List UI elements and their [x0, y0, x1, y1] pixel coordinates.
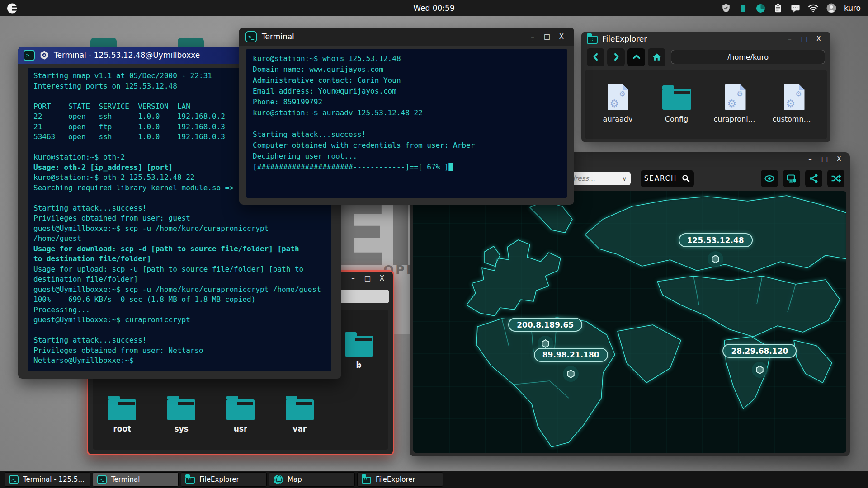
- file-item[interactable]: ⚙⚙ customnmap: [773, 83, 816, 139]
- taskbar-item-label: Map: [288, 475, 302, 483]
- map-tools: [761, 170, 844, 187]
- world-map[interactable]: 125.53.12.48 200.8.189.65 89.98.21.1: [413, 191, 846, 453]
- window-titlebar[interactable]: FileExplorer – □ X: [581, 32, 830, 46]
- file-item[interactable]: ⚙⚙ sys: [160, 394, 203, 433]
- ip-address-pill[interactable]: 89.98.21.180: [534, 348, 608, 362]
- minimize-button[interactable]: –: [526, 31, 539, 42]
- maximize-button[interactable]: □: [798, 33, 811, 45]
- maximize-button[interactable]: □: [818, 153, 831, 165]
- file-list: ⚙⚙ auraadv ⚙⚙ Config ⚙⚙ curaproniccry…: [585, 70, 827, 139]
- window-title: Terminal - 125.53.12.48@Uymillboxxe: [54, 51, 200, 60]
- taskbar-item-label: FileExplorer: [376, 475, 415, 483]
- topbar: Wed 00:59: [0, 0, 868, 16]
- taskbar-item[interactable]: FileExplorer: [357, 472, 443, 487]
- window-title: FileExplorer: [602, 34, 647, 43]
- taskbar-item[interactable]: Terminal - 125.53…: [5, 472, 90, 487]
- taskbar-item-icon: [97, 475, 107, 484]
- taskbar-item-label: FileExplorer: [199, 475, 239, 483]
- folder-icon: ⚙⚙: [226, 394, 255, 422]
- taskbar-item[interactable]: FileExplorer: [181, 472, 267, 487]
- file-explorer-window: FileExplorer – □ X: [581, 32, 830, 142]
- shuffle-button[interactable]: [827, 170, 844, 187]
- address-bar[interactable]: /home/kuro: [671, 50, 825, 64]
- username: kuro: [844, 4, 861, 13]
- wifi-icon[interactable]: [808, 3, 819, 14]
- local-terminal-window: Terminal – □ X kuro@station:~$ whois 125…: [239, 28, 574, 205]
- taskbar-item[interactable]: Map: [269, 472, 355, 487]
- terminal-line: [253, 118, 561, 129]
- terminal-line: Usage for upload: scp -u [path to source…: [33, 264, 326, 275]
- os-logo-icon[interactable]: [6, 2, 19, 14]
- back-button[interactable]: [587, 48, 604, 66]
- minimize-button[interactable]: –: [804, 153, 816, 165]
- file-item[interactable]: ⚙⚙ b: [337, 330, 381, 370]
- search-button[interactable]: SEARCH: [641, 170, 694, 187]
- close-button[interactable]: X: [555, 31, 568, 42]
- shuffle-icon: [830, 173, 841, 184]
- window-title: Terminal: [262, 32, 294, 41]
- clipboard-icon[interactable]: [773, 3, 783, 13]
- minimize-button[interactable]: –: [347, 272, 359, 284]
- hexagon-node-marker[interactable]: [708, 251, 723, 267]
- file-item[interactable]: ⚙⚙ usr: [219, 394, 262, 433]
- address-combobox[interactable]: dress... ∨: [566, 172, 631, 185]
- file-explorer-toolbar: /home/kuro: [581, 46, 830, 68]
- ip-address-pill[interactable]: 125.53.12.48: [679, 233, 753, 247]
- terminal-icon: [245, 31, 257, 42]
- hexagon-node-marker[interactable]: [752, 362, 768, 378]
- minimize-button[interactable]: –: [783, 33, 796, 45]
- file-name: sys: [175, 424, 189, 433]
- remote-desktop-icon: [786, 173, 797, 184]
- maximize-button[interactable]: □: [541, 31, 553, 42]
- folder-icon: ⚙⚙: [345, 330, 373, 358]
- folder-icon: ⚙⚙: [167, 394, 195, 422]
- file-name: customnmap: [773, 115, 816, 123]
- terminal-output[interactable]: kuro@station:~$ whois 125.53.12.48Domain…: [246, 49, 567, 198]
- disk-usage-pie-icon[interactable]: [755, 3, 766, 14]
- share-button[interactable]: [805, 170, 822, 187]
- home-button[interactable]: [648, 48, 665, 66]
- maximize-button[interactable]: □: [361, 272, 374, 284]
- terminal-line: kuro@station:~$ whois 125.53.12.48: [253, 53, 561, 64]
- close-button[interactable]: X: [812, 33, 825, 45]
- terminal-line: Computer obtained with credentials from …: [253, 140, 561, 151]
- shield-check-icon[interactable]: [721, 3, 731, 13]
- hexagon-node-marker[interactable]: [563, 366, 579, 382]
- terminal-line: Privileges obtained from user: Nettarso: [33, 346, 326, 356]
- file-icon: ⚙⚙: [608, 83, 628, 111]
- file-item[interactable]: ⚙⚙ auraadv: [596, 83, 640, 139]
- share-icon: [808, 173, 819, 184]
- ip-address-pill[interactable]: 28.29.68.120: [722, 344, 797, 358]
- close-button[interactable]: X: [833, 153, 845, 165]
- file-name: b: [356, 361, 362, 370]
- taskbar-item-icon: [274, 475, 283, 484]
- window-titlebar[interactable]: Terminal – □ X: [239, 28, 574, 46]
- file-item[interactable]: ⚙⚙ root: [100, 394, 144, 433]
- up-button[interactable]: [627, 48, 645, 66]
- chevron-right-icon: [611, 52, 621, 62]
- ip-address-pill[interactable]: 200.8.189.65: [508, 318, 582, 332]
- file-name: usr: [234, 424, 248, 433]
- eye-button[interactable]: [761, 170, 778, 187]
- terminal-line: guest@Uymillboxxe:~$ scp -u /home/kuro/c…: [33, 285, 326, 295]
- terminal-line: destination file/folder]: [33, 274, 326, 285]
- file-item[interactable]: ⚙⚙ curaproniccry…: [714, 83, 757, 139]
- file-name: root: [113, 424, 131, 433]
- terminal-line: to destination file/folder]: [33, 254, 326, 264]
- taskbar-item-icon: [362, 477, 371, 484]
- avatar[interactable]: [826, 3, 837, 14]
- chat-icon[interactable]: [790, 3, 801, 14]
- forward-button[interactable]: [607, 48, 625, 66]
- taskbar-item-icon: [185, 477, 195, 484]
- close-button[interactable]: X: [376, 272, 388, 284]
- remote-desktop-button[interactable]: [783, 170, 800, 187]
- file-item[interactable]: ⚙⚙ var: [278, 394, 321, 433]
- file-icon: ⚙⚙: [725, 83, 746, 111]
- file-item[interactable]: ⚙⚙ Config: [655, 83, 698, 139]
- terminal-line: Processing...: [33, 305, 326, 315]
- battery-icon[interactable]: [738, 3, 748, 13]
- search-icon: [681, 174, 690, 183]
- file-name: curaproniccry…: [714, 115, 757, 123]
- taskbar-item[interactable]: Terminal: [93, 472, 179, 487]
- taskbar-item-label: Terminal: [111, 475, 140, 483]
